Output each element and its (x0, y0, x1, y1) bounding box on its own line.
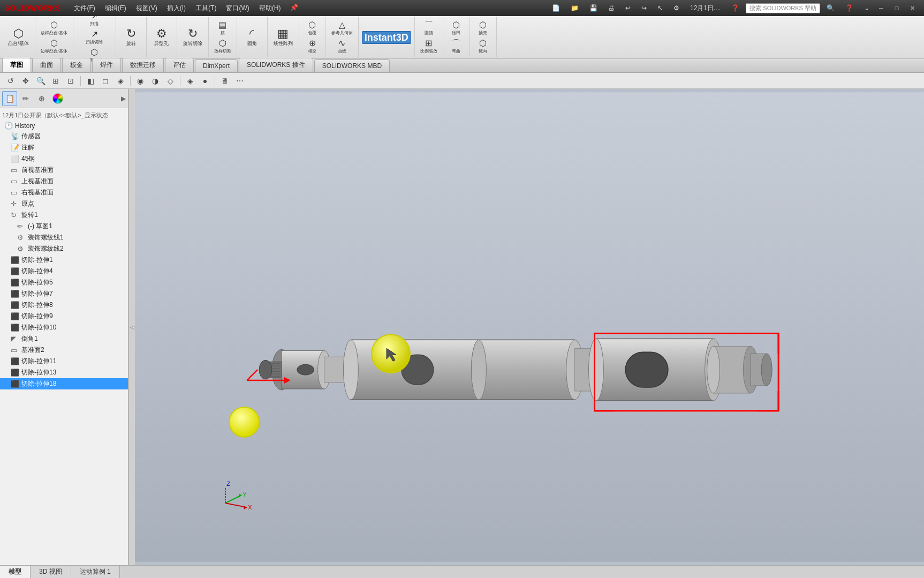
revolve-cut-button[interactable]: ↻ 旋转切除 (180, 26, 205, 49)
chamfer1-item[interactable]: ◤ 倒角1 (0, 333, 128, 344)
tab-sw-addins[interactable]: SOLIDWORKS 插件 (239, 58, 313, 72)
sec-zoom-button[interactable]: 🔍 (34, 75, 47, 87)
sec-rotate-button[interactable]: ↺ (4, 75, 17, 87)
tab-mbd[interactable]: 数据迁移 (122, 58, 164, 72)
sec-realview-button[interactable]: ◈ (184, 75, 196, 87)
mirror-button[interactable]: ⬡ 镜向 (473, 38, 493, 55)
tab-sheet-metal[interactable]: 板金 (62, 58, 91, 72)
panel-splitter[interactable]: ◁ (128, 89, 135, 565)
cut-extrude18-item[interactable]: ⬛ 切除-拉伸18 (0, 378, 128, 389)
rib-button[interactable]: ▤ 筋 (213, 20, 232, 37)
menu-window[interactable]: 窗口(W) (222, 3, 253, 14)
sec-zoom-fit-button[interactable]: ⊡ (64, 75, 77, 87)
config-manager-button[interactable]: ⊕ (34, 91, 49, 106)
menu-insert[interactable]: 插入(I) (163, 3, 190, 14)
help-icon2[interactable]: ❓ (841, 3, 858, 13)
sec-hide-lines-button[interactable]: ◈ (114, 75, 127, 87)
thread2-item[interactable]: ⚙ 装饰螺纹线2 (0, 243, 128, 254)
toolbar-icon-new[interactable]: 📄 (548, 3, 564, 13)
toolbar-icon-open[interactable]: 📁 (566, 3, 583, 13)
toolbar-icon-redo[interactable]: ↪ (637, 3, 651, 13)
history-item[interactable]: 🕐 History (0, 121, 128, 131)
annotations-item[interactable]: 📝 注解 (0, 142, 128, 153)
tab-weldments[interactable]: 焊件 (92, 58, 121, 72)
appearance-button[interactable] (50, 91, 65, 106)
plane2-item[interactable]: ▭ 基准面2 (0, 344, 128, 356)
extrude-boss-button[interactable]: ⬡ 凸台/基体 (5, 26, 32, 49)
cut-extrude10-item[interactable]: ⬛ 切除-拉伸10 (0, 322, 128, 333)
tab-evaluate[interactable]: 评估 (165, 58, 194, 72)
cut-extrude5-item[interactable]: ⬛ 切除-拉伸5 (0, 277, 128, 288)
search-icon[interactable]: 🔍 (822, 3, 839, 13)
revolve-button[interactable]: ↻ 旋转 (119, 26, 143, 49)
maximize-button[interactable]: □ (889, 3, 904, 13)
toolbar-icon-save[interactable]: 💾 (585, 3, 602, 13)
viewport[interactable]: Y X Z (135, 89, 924, 565)
hole-wizard-button[interactable]: ⚙ 异型孔 (150, 26, 173, 49)
intersect-button[interactable]: ⊕ 相交 (302, 38, 322, 55)
toolbar-icon-cursor[interactable]: ↖ (653, 3, 667, 13)
sec-monitor-button[interactable]: 🖥 (218, 75, 231, 87)
property-manager-button[interactable]: ✏ (18, 91, 33, 106)
linear-pattern-button[interactable]: ▦ 线性阵列 (271, 26, 296, 49)
fillet-button[interactable]: ◜ 圆角 (240, 26, 264, 49)
cut-extrude1-item[interactable]: ⬛ 切除-拉伸1 (0, 254, 128, 266)
cut-extrude4-item[interactable]: ⬛ 切除-拉伸4 (0, 266, 128, 277)
cut-extrude8-item[interactable]: ⬛ 切除-拉伸8 (0, 299, 128, 311)
tab-surface[interactable]: 曲面 (32, 58, 61, 72)
shell-button[interactable]: ⬡ 抽壳 (473, 20, 493, 37)
sec-section-view-button[interactable]: ◧ (84, 75, 97, 87)
flex-button[interactable]: ⌒ 弯曲 (446, 38, 466, 55)
curves-button[interactable]: ∿ 曲线 (332, 38, 352, 55)
cut-extrude11-item[interactable]: ⬛ 切除-拉伸11 (0, 356, 128, 367)
menu-edit[interactable]: 编辑(E) (101, 3, 131, 14)
menu-help[interactable]: 帮助(H) (255, 3, 285, 14)
toolbar-icon-options[interactable]: ⚙ (669, 3, 684, 13)
sec-pan-button[interactable]: ✥ (19, 75, 32, 87)
tab-dimxpert[interactable]: DimXpert (195, 59, 238, 72)
scale-button[interactable]: ⊞ 比例缩放 (418, 38, 440, 55)
expand-panel-button[interactable]: ▶ (121, 95, 126, 102)
revolve1-item[interactable]: ↻ 旋转1 (0, 209, 128, 221)
tab-model[interactable]: 模型 (0, 566, 31, 578)
instant3d-button[interactable]: Instant3D (362, 31, 411, 44)
close-button[interactable]: ✕ (905, 3, 920, 13)
tab-sw-mbd[interactable]: SOLIDWORKS MBD (314, 59, 390, 72)
sweep-cut-button[interactable]: ↗ 扫描切除 (84, 29, 105, 46)
sec-scenes-button[interactable]: ◇ (164, 75, 177, 87)
cut-extrude7-item[interactable]: ⬛ 切除-拉伸7 (0, 288, 128, 299)
toolbar-icon-print[interactable]: 🖨 (604, 3, 619, 13)
sensors-item[interactable]: 📡 传感器 (0, 131, 128, 142)
tab-motion-study[interactable]: 运动算例 1 (71, 566, 120, 578)
toolbar-icon-undo[interactable]: ↩ (621, 3, 635, 13)
material-item[interactable]: ⬜ 45钢 (0, 153, 128, 164)
sec-zoom-window-button[interactable]: ⊞ (49, 75, 62, 87)
minimize-button[interactable]: ─ (874, 3, 889, 13)
dome-button[interactable]: ⌒ 圆顶 (419, 20, 438, 37)
cut-extrude13-item[interactable]: ⬛ 切除-拉伸13 (0, 367, 128, 378)
sec-shadows-button[interactable]: ◑ (149, 75, 162, 87)
origin-item[interactable]: ✛ 原点 (0, 198, 128, 209)
tab-sketch[interactable]: 草图 (2, 58, 31, 72)
sketch1-item[interactable]: ✏ (-) 草图1 (0, 221, 128, 232)
right-plane-item[interactable]: ▭ 右视基准面 (0, 187, 128, 198)
wrap-button[interactable]: ⬡ 包覆 (302, 20, 322, 37)
ref-geometry-button[interactable]: △ 参考几何体 (329, 20, 355, 37)
sec-display-style-button[interactable]: ◉ (134, 75, 147, 87)
menu-view[interactable]: 视图(V) (132, 3, 162, 14)
menu-file[interactable]: 文件(F) (70, 3, 99, 14)
sec-ambient-occlusion-button[interactable]: ● (199, 75, 211, 87)
tab-3dview[interactable]: 3D 视图 (31, 566, 71, 578)
toolbar-icon-help[interactable]: ❓ (727, 3, 744, 13)
feature-manager-button[interactable]: 📋 (2, 91, 17, 106)
search-box[interactable]: 搜索 SOLIDWORKS 帮助 (746, 3, 820, 13)
indent-button[interactable]: ⬡ 压凹 (446, 20, 466, 37)
loft-cut-button[interactable]: ⬡ 放样切割 (212, 38, 233, 55)
sec-more-button[interactable]: ⋯ (233, 75, 246, 87)
boundary-boss-button[interactable]: ⬡ 边界凸台/基体 (39, 38, 70, 55)
top-plane-item[interactable]: ▭ 上视基准面 (0, 176, 128, 187)
front-plane-item[interactable]: ▭ 前视基准面 (0, 164, 128, 176)
thread1-item[interactable]: ⚙ 装饰螺纹线1 (0, 232, 128, 243)
menu-pin[interactable]: 📌 (286, 3, 302, 14)
sec-view-orient-button[interactable]: ◻ (99, 75, 112, 87)
